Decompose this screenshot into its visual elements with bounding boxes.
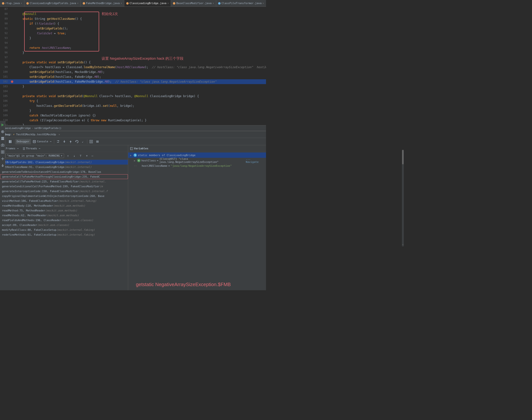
thread-dropdown-arrow: ▾	[61, 154, 63, 157]
thread-name: "main"@1 in group "main": RUNNING	[7, 154, 60, 157]
tab-fakemethodbridge[interactable]: FakeMethodBridge.java ×	[81, 0, 124, 7]
frame-item-15[interactable]: redefineMethods:61, FakeClassSetup (mock…	[0, 232, 128, 237]
tab-classloadingbridge[interactable]: ClassLoadingBridge.java ×	[124, 0, 171, 7]
debug-toolbar: Debugger Console → ↙	[0, 138, 266, 145]
var-item-static[interactable]: ▶ S static members of ClassLoadingBridge	[128, 152, 266, 158]
tab-close[interactable]: ×	[21, 2, 22, 5]
code-line-90: 90 if (!fieldsSet) {	[0, 21, 266, 26]
tab-rtup[interactable]: rtup.java ×	[0, 0, 24, 7]
tab-classloadingbridgefields[interactable]: ClassLoadingBridgeFields.java ×	[24, 0, 81, 7]
frame-item-4[interactable]: generateCallToFakeMethod:225, FakedClass…	[0, 179, 128, 184]
thread-down-btn[interactable]: ↓	[72, 153, 77, 158]
toolbar-eval-btn[interactable]: ↙	[80, 139, 86, 144]
toolbar-step-out-btn[interactable]	[68, 139, 74, 144]
svg-marker-19	[1, 123, 4, 126]
sidebar-pin-icon[interactable]	[0, 163, 5, 168]
tab-label: rtup.java	[5, 2, 20, 5]
tab-icon-c3	[83, 2, 85, 5]
var-val-2: "java/lang/NegativeArraySizeException"	[171, 164, 232, 167]
svg-rect-23	[1, 138, 4, 139]
code-line-96: 96 }	[0, 50, 266, 55]
frame-item-11[interactable]: readMethods:62, MethodReader (mockit.asm…	[0, 213, 128, 218]
frame-item-13[interactable]: accept:89, ClassReader (mockit.asm.class…	[0, 223, 128, 227]
var-item-hostclass[interactable]: ▶ = hostClass = {Class@957} "class java.…	[128, 158, 266, 163]
code-line-87: 87	[0, 7, 266, 12]
threads-tab[interactable]: Threads →	[21, 146, 42, 151]
tab-debugger[interactable]: Debugger	[15, 139, 31, 144]
tab-bar: rtup.java × ClassLoadingBridgeFields.jav…	[0, 0, 266, 7]
frame-item-2[interactable]: generateCodeToObtainInstanceOfClassLoadi…	[0, 169, 128, 174]
frame-item-5[interactable]: generateConditionalCallForFakedMethod:19…	[0, 184, 128, 189]
var-navigate-1[interactable]: ... Navigate	[246, 157, 264, 164]
annotation-init-label: 初始化1次	[102, 12, 118, 16]
breadcrumb-class: ClassLoadingBridge	[2, 127, 31, 130]
frame-item-3[interactable]: generateCallToFakeMethodThroughClassLoad…	[0, 174, 128, 179]
frames-panel: Frames → Threads → ✓ "main"@1 in group "…	[0, 145, 128, 290]
tab-label-4: ClassLoadingBridge.java	[130, 2, 166, 5]
toolbar-pause-btn[interactable]	[7, 139, 13, 144]
code-line-95: 95 return hostJREClassName;	[0, 45, 266, 50]
debug-session-close[interactable]: ×	[59, 133, 60, 136]
toolbar-step-into-btn[interactable]	[62, 139, 67, 144]
tab-close-4[interactable]: ×	[167, 2, 169, 5]
thread-up-btn[interactable]: ↑	[65, 153, 70, 158]
tab-console[interactable]: Console →	[31, 139, 53, 144]
tab-close-6[interactable]: ×	[263, 2, 264, 5]
var-item-hostjreclassname[interactable]: ◦◦ hostJREClassName = "java/lang/Negativ…	[128, 163, 266, 168]
tab-classfiletransformer[interactable]: ClassFileTransformer.java ×	[216, 0, 266, 7]
thread-dropdown[interactable]: "main"@1 in group "main": RUNNING ▾	[5, 153, 64, 158]
code-line-89: 89 static String getHostClassName() {	[0, 16, 266, 21]
frame-item-12[interactable]: readFieldsAndMethods:196, ClassReader (m…	[0, 218, 128, 223]
tab-label-6: ClassFileTransformer.java	[221, 2, 262, 5]
frames-tab-label: Frames →	[6, 147, 19, 150]
frame-item-8[interactable]: visitMethod:106, FakedClassModifier (moc…	[0, 198, 128, 203]
var-expand-1: ▶	[134, 159, 137, 162]
var-name-2: hostJREClassName	[142, 164, 167, 167]
breadcrumb-bar: ClassLoadingBridge › setBridgeFields()	[0, 125, 266, 131]
sidebar-stack-icon[interactable]	[0, 136, 5, 141]
sidebar-camera-icon[interactable]	[0, 143, 5, 148]
code-line-106: 106 try {	[0, 99, 266, 104]
svg-point-31	[2, 158, 3, 159]
svg-rect-24	[1, 139, 4, 140]
tab-close-5[interactable]: ×	[213, 2, 214, 5]
sidebar-run-icon[interactable]	[0, 122, 5, 128]
annotation-setfields-label: 设置 NegativeArraySizeException hack 的三个字段	[102, 56, 184, 61]
debug-session-icon: ⚡	[13, 133, 15, 136]
frame-item-7[interactable]: copyOriginalImplementationWithInjectedIn…	[0, 194, 128, 198]
var-name-0: static members of ClassLoadingBridge	[138, 154, 195, 157]
code-line-107: 107 hostClass.getDeclaredField(bridge.id…	[0, 104, 266, 108]
sidebar-grid-icon[interactable]	[0, 149, 5, 155]
frame-item-10[interactable]: readMethod:75, MethodReader (mockit.asm.…	[0, 208, 128, 213]
toolbar-settings-btn[interactable]	[94, 139, 100, 144]
toolbar-reset-btn[interactable]	[74, 139, 80, 144]
svg-rect-29	[1, 152, 2, 153]
frame-item-1[interactable]: getHostClassName:91, ClassLoadingBridge …	[0, 165, 128, 169]
frame-item-14[interactable]: modifyRealClass:80, FakeClassSetup (mock…	[0, 227, 128, 232]
sidebar-debug-icon[interactable]	[0, 129, 5, 134]
code-line-105: 105 private static void setBridgeField(@…	[0, 94, 266, 99]
frames-header: Frames → Threads →	[0, 145, 128, 152]
tab-close-3[interactable]: ×	[121, 2, 122, 5]
frame-item-6[interactable]: generateInterceptionCode:158, FakedClass…	[0, 189, 128, 194]
toolbar-step-over-btn[interactable]	[55, 139, 61, 144]
sidebar-settings2-icon[interactable]	[0, 156, 5, 161]
breadcrumb-method: setBridgeFields()	[34, 127, 62, 130]
frame-item-9[interactable]: readMethodBody:118, MethodReader (mockit…	[0, 203, 128, 208]
svg-rect-27	[1, 150, 2, 152]
variables-title: Variables	[134, 147, 148, 150]
var-val-1: {Class@957} "class java.lang.NegativeArr…	[159, 157, 245, 164]
thread-filter-btn[interactable]: ⊤	[78, 153, 83, 158]
frame-item-0[interactable]: setBridgeFields:102, ClassLoadingBridge …	[0, 160, 128, 165]
thread-collapse-btn[interactable]: —	[91, 154, 94, 158]
svg-rect-28	[3, 150, 4, 152]
tab-baseclassmodifier[interactable]: BaseClassModifier.java ×	[171, 0, 216, 7]
tab-icon-i	[218, 2, 220, 5]
code-line-109: 109 catch (NoSuchFieldException ignore) …	[0, 113, 266, 118]
toolbar-watches-btn[interactable]	[88, 139, 94, 144]
svg-rect-22	[1, 137, 4, 138]
var-icon-eq: =	[137, 159, 140, 162]
svg-rect-17	[130, 147, 133, 150]
thread-add-btn[interactable]: +	[84, 153, 89, 158]
tab-close-2[interactable]: ×	[77, 2, 78, 5]
